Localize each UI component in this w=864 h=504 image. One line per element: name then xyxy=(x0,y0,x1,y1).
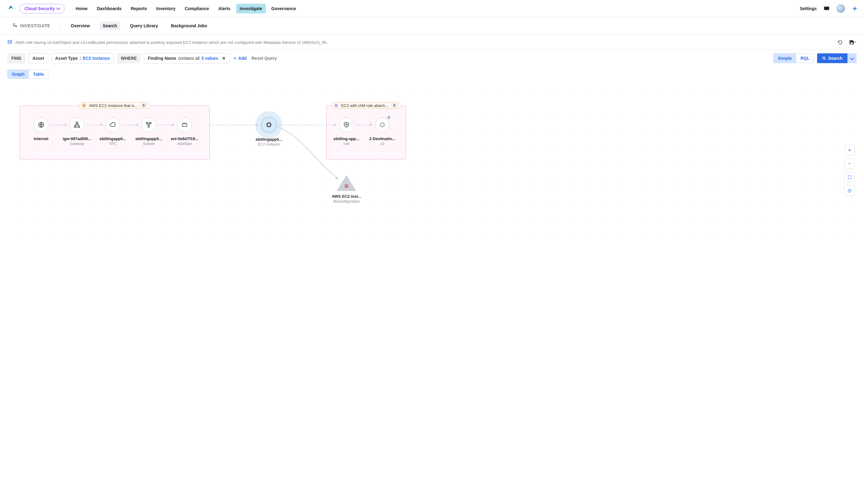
node-s3-badge: 2 xyxy=(386,116,392,119)
node-internet[interactable]: Internet xyxy=(23,117,59,141)
view-table[interactable]: Table xyxy=(29,70,48,79)
app-logo[interactable] xyxy=(5,4,17,13)
nav-investigate[interactable]: Investigate xyxy=(236,4,266,13)
edge-subnet-interface xyxy=(158,124,175,125)
fullscreen-button[interactable] xyxy=(844,172,855,182)
docs-icon[interactable] xyxy=(822,4,831,13)
topbar-right: Settings xyxy=(800,4,859,13)
globe-warn-icon xyxy=(82,103,86,108)
reset-query-button[interactable]: Reset Query xyxy=(251,56,277,61)
svg-rect-14 xyxy=(182,123,187,126)
edge-ec2-role xyxy=(280,124,337,125)
node-interface-label: eni-0e8d7f19... xyxy=(171,136,199,141)
subnav-title: INVESTIGATE xyxy=(12,23,50,28)
finding-name-label: Finding Name xyxy=(148,56,176,61)
nav-home[interactable]: Home xyxy=(72,4,91,13)
svg-line-24 xyxy=(383,123,384,124)
node-vpc[interactable]: ebillingapp0... VPC xyxy=(94,117,131,146)
remove-filter-icon[interactable]: ✕ xyxy=(222,56,226,61)
node-interface[interactable]: eni-0e8d7f19... Interface xyxy=(166,117,203,146)
nav-compliance[interactable]: Compliance xyxy=(181,4,213,13)
avatar[interactable] xyxy=(837,4,845,13)
svg-rect-10 xyxy=(78,126,80,128)
svg-rect-15 xyxy=(267,123,271,126)
save-menu-icon[interactable] xyxy=(848,38,857,47)
mode-rql[interactable]: RQL xyxy=(796,53,814,63)
svg-point-0 xyxy=(15,25,16,27)
svg-point-25 xyxy=(345,184,346,185)
zoom-out-button[interactable]: － xyxy=(844,158,855,169)
edge-internet-gateway xyxy=(50,124,67,125)
subtab-overview[interactable]: Overview xyxy=(68,22,93,30)
search-dropdown-button[interactable] xyxy=(848,53,857,63)
nav-reports[interactable]: Reports xyxy=(127,4,151,13)
cloud-icon xyxy=(106,117,120,132)
node-misconfig[interactable]: AWS EC2 inst... Misconfiguration xyxy=(325,176,368,204)
search-button[interactable]: Search xyxy=(817,53,848,63)
node-ec2-sub: EC2 Instance xyxy=(258,142,280,146)
svg-point-16 xyxy=(346,124,347,125)
add-filter-button[interactable]: ＋ Add xyxy=(233,56,247,61)
node-s3-label: 2 Destinatio... xyxy=(370,136,396,141)
node-ec2[interactable]: ebillingapp0... EC2 Instance xyxy=(251,117,287,146)
nav-dashboards[interactable]: Dashboards xyxy=(93,4,125,13)
view-row: Graph Table xyxy=(0,67,864,79)
query-builder: FIND Asset Asset Type : EC2 Instance WHE… xyxy=(0,50,864,67)
node-s3[interactable]: 2 2 Destinatio... s3 xyxy=(364,117,401,146)
values-count: 3 values xyxy=(202,56,218,61)
query-description: AWS role having s3:GetObject and s3:List… xyxy=(15,40,833,45)
nav-alerts[interactable]: Alerts xyxy=(215,4,234,13)
edge-role-s3 xyxy=(356,124,373,125)
subnav-title-text: INVESTIGATE xyxy=(20,23,50,28)
loading-icon xyxy=(375,117,390,132)
node-gateway[interactable]: igw-087ad5f0... Gateway xyxy=(59,117,95,146)
contains-label: contains all xyxy=(178,56,200,61)
view-graph[interactable]: Graph xyxy=(8,70,29,79)
finding-name-chip[interactable]: Finding Name contains all 3 values ✕ xyxy=(144,53,230,63)
asset-chip[interactable]: Asset xyxy=(28,53,48,63)
search-label: Search xyxy=(828,56,842,61)
shield-icon xyxy=(339,117,354,132)
main-nav: Home Dashboards Reports Inventory Compli… xyxy=(72,4,300,13)
topbar: Cloud Security Home Dashboards Reports I… xyxy=(0,0,864,17)
subtab-search[interactable]: Search xyxy=(100,22,120,30)
undo-icon[interactable] xyxy=(836,38,844,47)
svg-point-6 xyxy=(336,105,337,106)
plus-icon: ＋ xyxy=(233,56,237,61)
edge-group-ec2 xyxy=(210,124,258,125)
subtab-query-library[interactable]: Query Library xyxy=(127,22,161,30)
zoom-in-button[interactable]: ＋ xyxy=(844,145,855,155)
query-right: Simple RQL Search xyxy=(773,53,857,63)
group-left-text: AWS EC2 instance that is... xyxy=(89,103,138,108)
node-role-label: ebilling-app... xyxy=(334,136,359,141)
zoom-controls: ＋ － xyxy=(844,145,855,196)
nav-inventory[interactable]: Inventory xyxy=(153,4,179,13)
query-desc-actions xyxy=(836,38,857,47)
export-button[interactable] xyxy=(844,185,855,196)
where-chip: WHERE xyxy=(117,53,141,63)
svg-rect-1 xyxy=(8,40,12,44)
chevron-down-icon xyxy=(850,56,854,60)
ai-sparkle-icon[interactable] xyxy=(851,4,859,13)
node-subnet-label: ebillingapp0... xyxy=(135,136,162,141)
svg-point-3 xyxy=(823,57,825,59)
mode-simple[interactable]: Simple xyxy=(773,53,796,63)
graph-canvas[interactable]: AWS EC2 instance that is... 5 EC2 with I… xyxy=(7,84,857,249)
node-misconfig-label: AWS EC2 inst... xyxy=(332,194,361,199)
node-s3-sub: s3 xyxy=(381,142,384,146)
product-picker[interactable]: Cloud Security xyxy=(20,4,65,13)
nav-governance[interactable]: Governance xyxy=(268,4,300,13)
separator xyxy=(59,22,59,29)
asset-type-chip[interactable]: Asset Type : EC2 Instance xyxy=(51,53,114,63)
svg-line-22 xyxy=(383,126,384,127)
subnav: INVESTIGATE Overview Search Query Librar… xyxy=(0,17,864,34)
node-role[interactable]: ebilling-app... role xyxy=(328,117,365,146)
query-list-icon xyxy=(7,39,12,45)
svg-line-23 xyxy=(381,126,381,127)
subtab-background-jobs[interactable]: Background Jobs xyxy=(168,22,210,30)
edge-gateway-vpc xyxy=(86,124,103,125)
settings-link[interactable]: Settings xyxy=(800,6,817,11)
svg-point-27 xyxy=(346,187,347,188)
svg-rect-9 xyxy=(74,126,76,128)
node-subnet[interactable]: ebillingapp0... Subnet xyxy=(130,117,167,146)
